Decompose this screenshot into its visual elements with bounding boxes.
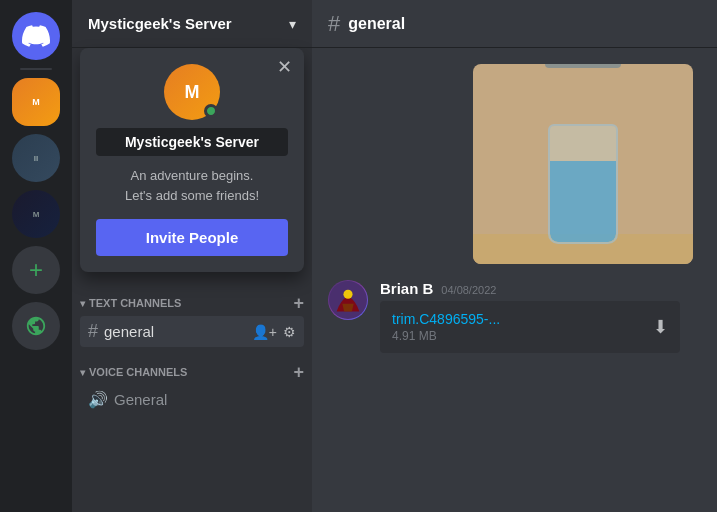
explore-button[interactable]: [12, 302, 60, 350]
message-username: Brian B: [380, 280, 433, 297]
message-row: Brian B 04/08/2022 trim.C4896595-... 4.9…: [328, 280, 701, 353]
messages-area: Brian B 04/08/2022 trim.C4896595-... 4.9…: [312, 48, 717, 512]
channel-header: # general: [312, 0, 717, 48]
channel-hash-icon: #: [88, 321, 98, 342]
server-icon-1[interactable]: M: [12, 78, 60, 126]
discord-home-button[interactable]: [12, 12, 60, 60]
channel-header-name: general: [348, 15, 405, 33]
online-status-dot: [204, 104, 218, 118]
add-voice-channel-button[interactable]: +: [293, 363, 304, 381]
voice-channel-icon: 🔊: [88, 390, 108, 409]
download-button[interactable]: ⬇: [653, 316, 668, 338]
chat-image-container: [328, 64, 701, 264]
server-name: Mysticgeek's Server: [88, 15, 232, 32]
message-header: Brian B 04/08/2022: [380, 280, 701, 297]
attachment-size: 4.91 MB: [392, 329, 500, 343]
popup-close-button[interactable]: ✕: [277, 58, 292, 76]
attachment-name: trim.C4896595-...: [392, 311, 500, 327]
svg-point-1: [343, 290, 352, 299]
server-list: M II M +: [0, 0, 72, 512]
popup-server-name: Mysticgeek's Server: [96, 128, 288, 156]
server-icon-2[interactable]: II: [12, 134, 60, 182]
channel-item-general[interactable]: # general 👤+ ⚙: [80, 316, 304, 347]
voice-channel-item-general[interactable]: 🔊 General: [80, 385, 304, 414]
channel-header-hash-icon: #: [328, 11, 340, 37]
invite-to-channel-icon[interactable]: 👤+: [252, 324, 277, 340]
message-attachment: trim.C4896595-... 4.91 MB ⬇: [380, 301, 680, 353]
popup-subtitle: An adventure begins. Let's add some frie…: [96, 166, 288, 205]
voice-channels-category[interactable]: ▾ VOICE CHANNELS +: [72, 347, 312, 385]
server-icon-3[interactable]: M: [12, 190, 60, 238]
channel-action-icons: 👤+ ⚙: [252, 324, 296, 340]
category-collapse-arrow: ▾: [80, 298, 85, 309]
voice-channel-name-label: General: [114, 391, 296, 408]
server-divider: [20, 68, 52, 70]
add-server-button[interactable]: +: [12, 246, 60, 294]
channel-sidebar: Mysticgeek's Server ▾ ✕ M Mysticgeek's S…: [72, 0, 312, 512]
server-header[interactable]: Mysticgeek's Server ▾: [72, 0, 312, 48]
server-dropdown-chevron: ▾: [289, 16, 296, 32]
server-popup-card: ✕ M Mysticgeek's Server An adventure beg…: [80, 48, 304, 272]
text-channels-label: TEXT CHANNELS: [89, 297, 181, 309]
text-channels-category[interactable]: ▾ TEXT CHANNELS +: [72, 278, 312, 316]
channel-name-label: general: [104, 323, 246, 340]
voice-channels-label: VOICE CHANNELS: [89, 366, 187, 378]
voice-category-collapse-arrow: ▾: [80, 367, 85, 378]
message-content: Brian B 04/08/2022 trim.C4896595-... 4.9…: [380, 280, 701, 353]
message-timestamp: 04/08/2022: [441, 284, 496, 296]
main-content: # general: [312, 0, 717, 512]
invite-people-button[interactable]: Invite People: [96, 219, 288, 256]
channel-settings-icon[interactable]: ⚙: [283, 324, 296, 340]
user-avatar: [328, 280, 368, 320]
add-text-channel-button[interactable]: +: [293, 294, 304, 312]
chat-image-jar: [473, 64, 693, 264]
